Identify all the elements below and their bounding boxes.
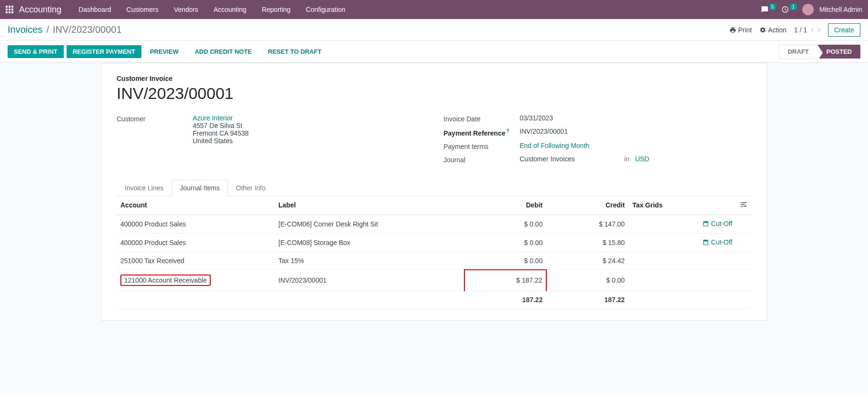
th-cutoff bbox=[692, 196, 736, 215]
cell-account: 251000 Tax Received bbox=[117, 252, 275, 270]
customer-link[interactable]: Azure Interior bbox=[193, 114, 233, 122]
journal-value: Customer Invoices in USD bbox=[520, 155, 751, 163]
options-icon[interactable] bbox=[740, 201, 748, 208]
pager-prev[interactable]: ‹ bbox=[811, 25, 814, 35]
nav-customers[interactable]: Customers bbox=[119, 0, 167, 19]
clock-badge: 1 bbox=[790, 4, 797, 10]
pager-next[interactable]: › bbox=[818, 25, 820, 35]
cell-account: 121000 Account Receivable bbox=[117, 270, 275, 291]
cell-credit: $ 0.00 bbox=[546, 270, 629, 291]
tab-other-info[interactable]: Other Info bbox=[228, 180, 274, 196]
cell-cutoff: Cut-Off bbox=[692, 215, 736, 233]
total-debit: 187.22 bbox=[464, 291, 547, 309]
invoice-date-label: Invoice Date bbox=[444, 114, 520, 123]
addr-line-3: United States bbox=[193, 137, 424, 145]
user-name[interactable]: Mitchell Admin bbox=[819, 6, 862, 13]
payment-terms-link[interactable]: End of Following Month bbox=[520, 142, 589, 149]
payment-ref-label: Payment Reference? bbox=[444, 128, 520, 137]
app-name: Accounting bbox=[19, 5, 61, 15]
chat-badge: 5 bbox=[769, 4, 776, 10]
cutoff-link[interactable]: Cut-Off bbox=[702, 220, 732, 227]
create-button[interactable]: Create bbox=[828, 23, 860, 37]
cp-right: Print Action 1 / 1 ‹ › Create bbox=[730, 23, 860, 37]
cell-tax-grids bbox=[629, 270, 692, 291]
breadcrumb-current: INV/2023/00001 bbox=[53, 24, 122, 35]
nav-vendors[interactable]: Vendors bbox=[166, 0, 206, 19]
currency-link[interactable]: USD bbox=[635, 155, 650, 163]
pager: 1 / 1 ‹ › bbox=[794, 25, 820, 35]
reset-to-draft-button[interactable]: RESET TO DRAFT bbox=[262, 46, 327, 58]
action-menu[interactable]: Action bbox=[760, 26, 787, 34]
cell-debit-highlighted: $ 187.22 bbox=[464, 270, 547, 291]
cutoff-link[interactable]: Cut-Off bbox=[702, 238, 732, 246]
form-col-right: Invoice Date 03/31/2023 Payment Referenc… bbox=[444, 114, 751, 168]
payment-terms-label: Payment terms bbox=[444, 142, 520, 150]
table-row[interactable]: 400000 Product Sales [E-COM08] Storage B… bbox=[117, 233, 751, 252]
cutoff-label: Cut-Off bbox=[711, 238, 732, 246]
cutoff-label: Cut-Off bbox=[711, 220, 732, 227]
add-credit-note-button[interactable]: ADD CREDIT NOTE bbox=[189, 46, 257, 58]
cell-debit: $ 0.00 bbox=[464, 252, 547, 270]
tabs: Invoice Lines Journal Items Other Info bbox=[117, 180, 751, 196]
th-options bbox=[736, 196, 751, 215]
form-col-left: Customer Azure Interior 4557 De Silva St… bbox=[117, 114, 424, 168]
cell-account: 400000 Product Sales bbox=[117, 233, 275, 252]
control-panel: Invoices / INV/2023/00001 Print Action 1… bbox=[0, 19, 868, 41]
th-tax-grids: Tax Grids bbox=[629, 196, 692, 215]
action-label: Action bbox=[768, 26, 787, 34]
customer-label: Customer bbox=[117, 114, 193, 123]
help-icon[interactable]: ? bbox=[506, 128, 509, 134]
print-label: Print bbox=[738, 26, 752, 34]
form-title: INV/2023/00001 bbox=[117, 84, 751, 103]
status-posted[interactable]: POSTED bbox=[818, 45, 860, 59]
clock-icon[interactable]: 1 bbox=[781, 6, 797, 13]
breadcrumb: Invoices / INV/2023/00001 bbox=[8, 24, 122, 35]
cell-tax-grids bbox=[629, 215, 692, 233]
customer-value: Azure Interior 4557 De Silva St Fremont … bbox=[193, 114, 424, 145]
total-credit: 187.22 bbox=[546, 291, 629, 309]
nav-menu: Dashboard Customers Vendors Accounting R… bbox=[71, 0, 353, 19]
status-steps: DRAFT POSTED bbox=[779, 45, 860, 59]
cell-debit: $ 0.00 bbox=[464, 215, 547, 233]
send-print-button[interactable]: SEND & PRINT bbox=[8, 45, 64, 58]
nav-dashboard[interactable]: Dashboard bbox=[71, 0, 119, 19]
invoice-date-value: 03/31/2023 bbox=[520, 114, 751, 122]
avatar[interactable] bbox=[802, 4, 814, 15]
tab-invoice-lines[interactable]: Invoice Lines bbox=[117, 180, 172, 196]
nav-configuration[interactable]: Configuration bbox=[298, 0, 353, 19]
form-sheet: Customer Invoice INV/2023/00001 Customer… bbox=[101, 63, 767, 321]
status-draft[interactable]: DRAFT bbox=[779, 45, 817, 59]
navbar: Accounting Dashboard Customers Vendors A… bbox=[0, 0, 868, 19]
table-row[interactable]: 121000 Account Receivable INV/2023/00001… bbox=[117, 270, 751, 291]
cell-debit: $ 0.00 bbox=[464, 233, 547, 252]
cell-credit: $ 15.80 bbox=[546, 233, 629, 252]
journal-name: Customer Invoices bbox=[520, 155, 575, 163]
nav-right: 5 1 Mitchell Admin bbox=[761, 4, 862, 15]
tab-journal-items[interactable]: Journal Items bbox=[172, 180, 228, 196]
table-row[interactable]: 251000 Tax Received Tax 15% $ 0.00 $ 24.… bbox=[117, 252, 751, 270]
payment-ref-value: INV/2023/00001 bbox=[520, 128, 751, 135]
th-account: Account bbox=[117, 196, 275, 215]
cell-account: 400000 Product Sales bbox=[117, 215, 275, 233]
nav-reporting[interactable]: Reporting bbox=[254, 0, 298, 19]
apps-icon[interactable] bbox=[6, 6, 13, 13]
cell-label: [E-COM06] Corner Desk Right Sit bbox=[275, 215, 464, 233]
nav-accounting[interactable]: Accounting bbox=[206, 0, 254, 19]
payment-ref-label-text: Payment Reference bbox=[444, 129, 505, 137]
breadcrumb-sep: / bbox=[46, 24, 49, 35]
cell-cutoff bbox=[692, 252, 736, 270]
cell-label: INV/2023/00001 bbox=[275, 270, 464, 291]
print-action[interactable]: Print bbox=[730, 26, 752, 34]
breadcrumb-parent[interactable]: Invoices bbox=[8, 24, 42, 35]
journal-label: Journal bbox=[444, 155, 520, 164]
addr-line-2: Fremont CA 94538 bbox=[193, 129, 424, 137]
calendar-icon bbox=[702, 239, 709, 246]
table-row[interactable]: 400000 Product Sales [E-COM06] Corner De… bbox=[117, 215, 751, 233]
form-title-label: Customer Invoice bbox=[117, 75, 751, 82]
preview-button[interactable]: PREVIEW bbox=[144, 46, 184, 58]
chat-icon[interactable]: 5 bbox=[761, 6, 776, 13]
cell-cutoff bbox=[692, 270, 736, 291]
register-payment-button[interactable]: REGISTER PAYMENT bbox=[67, 45, 141, 58]
gear-icon bbox=[760, 27, 766, 33]
print-icon bbox=[730, 27, 736, 33]
